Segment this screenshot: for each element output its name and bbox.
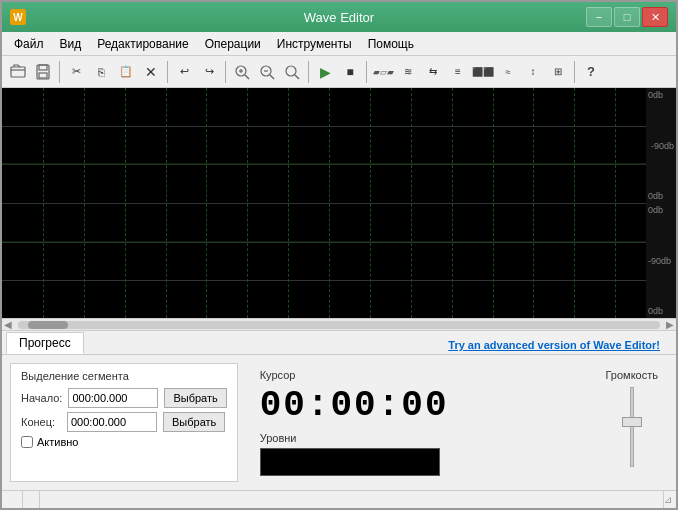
sep-5 bbox=[366, 61, 367, 83]
vgrid-6 bbox=[247, 88, 248, 163]
open-button[interactable] bbox=[6, 60, 30, 84]
segment-title: Выделение сегмента bbox=[21, 370, 227, 382]
waveform-labels: 0db -90db 0db 0db -90db 0db bbox=[646, 88, 676, 318]
start-select-button[interactable]: Выбрать bbox=[164, 388, 226, 408]
tool2-button[interactable]: ≋ bbox=[396, 60, 420, 84]
vgrid-t3-13 bbox=[533, 243, 534, 318]
vgrid-7 bbox=[288, 88, 289, 163]
svg-line-9 bbox=[270, 75, 274, 79]
undo-button[interactable]: ↩ bbox=[172, 60, 196, 84]
wave-track-2 bbox=[2, 164, 656, 241]
label-section-2: 0db -90db 0db bbox=[646, 203, 676, 318]
scroll-right-arrow[interactable]: ▶ bbox=[664, 319, 676, 330]
scroll-left-arrow[interactable]: ◀ bbox=[2, 319, 14, 330]
segment-section: Выделение сегмента Начало: Выбрать Конец… bbox=[10, 363, 238, 482]
vgrid-t3-4 bbox=[166, 243, 167, 318]
vgrid-t3-11 bbox=[452, 243, 453, 318]
maximize-button[interactable]: □ bbox=[614, 7, 640, 27]
vgrid-1 bbox=[43, 88, 44, 163]
vgrid-t3-7 bbox=[288, 243, 289, 318]
scroll-thumb[interactable] bbox=[28, 321, 68, 329]
vgrid-t2-1 bbox=[43, 165, 44, 240]
cut-button[interactable]: ✂ bbox=[64, 60, 88, 84]
label-0db-bot: 0db bbox=[648, 306, 674, 316]
vgrid-t2-15 bbox=[615, 165, 616, 240]
label-0db-2: 0db bbox=[648, 205, 674, 215]
help-toolbar-button[interactable]: ? bbox=[579, 60, 603, 84]
menu-operations[interactable]: Операции bbox=[197, 33, 269, 55]
active-row: Активно bbox=[21, 436, 227, 448]
menu-file[interactable]: Файл bbox=[6, 33, 52, 55]
vgrid-5 bbox=[206, 88, 207, 163]
bottom-tabs: Прогресс Try an advanced version of Wave… bbox=[2, 330, 676, 354]
active-checkbox[interactable] bbox=[21, 436, 33, 448]
sep-4 bbox=[308, 61, 309, 83]
minimize-button[interactable]: − bbox=[586, 7, 612, 27]
vgrid-t3-8 bbox=[329, 243, 330, 318]
paste-button[interactable]: 📋 bbox=[114, 60, 138, 84]
label-0db-mid: 0db bbox=[648, 191, 674, 201]
vgrid-t2-14 bbox=[574, 165, 575, 240]
vgrid-13 bbox=[533, 88, 534, 163]
volume-thumb[interactable] bbox=[622, 417, 642, 427]
vgrid-t2-6 bbox=[247, 165, 248, 240]
vgrid-14 bbox=[574, 88, 575, 163]
sep-3 bbox=[225, 61, 226, 83]
vgrid-t3-12 bbox=[493, 243, 494, 318]
vgrid-12 bbox=[493, 88, 494, 163]
vgrid-t2-11 bbox=[452, 165, 453, 240]
tool4-button[interactable]: ≡ bbox=[446, 60, 470, 84]
toolbar: ✂ ⎘ 📋 ✕ ↩ ↪ ▶ ■ ▰▱▰ ≋ ⇆ ≡ ⬛⬛ ≈ ↕ ⊞ ? bbox=[2, 56, 676, 88]
vgrid-10 bbox=[411, 88, 412, 163]
svg-point-11 bbox=[286, 66, 296, 76]
start-label: Начало: bbox=[21, 392, 62, 404]
tool3-button[interactable]: ⇆ bbox=[421, 60, 445, 84]
title-bar: W Wave Editor − □ ✕ bbox=[2, 2, 676, 32]
end-select-button[interactable]: Выбрать bbox=[163, 412, 225, 432]
vgrid-9 bbox=[370, 88, 371, 163]
zoom-in-button[interactable] bbox=[230, 60, 254, 84]
vgrid-t2-8 bbox=[329, 165, 330, 240]
svg-line-5 bbox=[245, 75, 249, 79]
play-button[interactable]: ▶ bbox=[313, 60, 337, 84]
menu-view[interactable]: Вид bbox=[52, 33, 90, 55]
zoom-out-button[interactable] bbox=[255, 60, 279, 84]
levels-bar bbox=[260, 448, 440, 476]
vgrid-t2-9 bbox=[370, 165, 371, 240]
resize-handle[interactable]: ⊿ bbox=[664, 494, 672, 505]
label-0db-top: 0db bbox=[648, 90, 674, 100]
cursor-label: Курсор bbox=[260, 369, 296, 381]
sep-1 bbox=[59, 61, 60, 83]
tool8-button[interactable]: ⊞ bbox=[546, 60, 570, 84]
volume-slider-container[interactable] bbox=[620, 387, 644, 467]
levels-label: Уровни bbox=[260, 432, 440, 444]
start-input[interactable] bbox=[68, 388, 158, 408]
close-button[interactable]: ✕ bbox=[642, 7, 668, 27]
volume-track bbox=[630, 387, 634, 467]
end-input[interactable] bbox=[67, 412, 157, 432]
redo-button[interactable]: ↪ bbox=[197, 60, 221, 84]
delete-button[interactable]: ✕ bbox=[139, 60, 163, 84]
vgrid-t2-13 bbox=[533, 165, 534, 240]
sep-6 bbox=[574, 61, 575, 83]
menu-edit[interactable]: Редактирование bbox=[89, 33, 196, 55]
tool1-button[interactable]: ▰▱▰ bbox=[371, 60, 395, 84]
tab-progress[interactable]: Прогресс bbox=[6, 332, 84, 354]
wave-track-1 bbox=[2, 88, 656, 164]
tool7-button[interactable]: ↕ bbox=[521, 60, 545, 84]
zoom-fit-button[interactable] bbox=[280, 60, 304, 84]
stop-button[interactable]: ■ bbox=[338, 60, 362, 84]
save-button[interactable] bbox=[31, 60, 55, 84]
waveform-scrollbar[interactable]: ◀ ▶ bbox=[2, 318, 676, 330]
tab-promo-link[interactable]: Try an advanced version of Wave Editor! bbox=[440, 336, 668, 354]
menu-help[interactable]: Помощь bbox=[360, 33, 422, 55]
copy-button[interactable]: ⎘ bbox=[89, 60, 113, 84]
vgrid-t3-15 bbox=[615, 243, 616, 318]
tool6-button[interactable]: ≈ bbox=[496, 60, 520, 84]
vgrid-t3-3 bbox=[125, 243, 126, 318]
menu-tools[interactable]: Инструменты bbox=[269, 33, 360, 55]
waveform-area[interactable]: 0db -90db 0db 0db -90db 0db bbox=[2, 88, 676, 318]
sep-2 bbox=[167, 61, 168, 83]
scroll-track[interactable] bbox=[18, 321, 660, 329]
tool5-button[interactable]: ⬛⬛ bbox=[471, 60, 495, 84]
